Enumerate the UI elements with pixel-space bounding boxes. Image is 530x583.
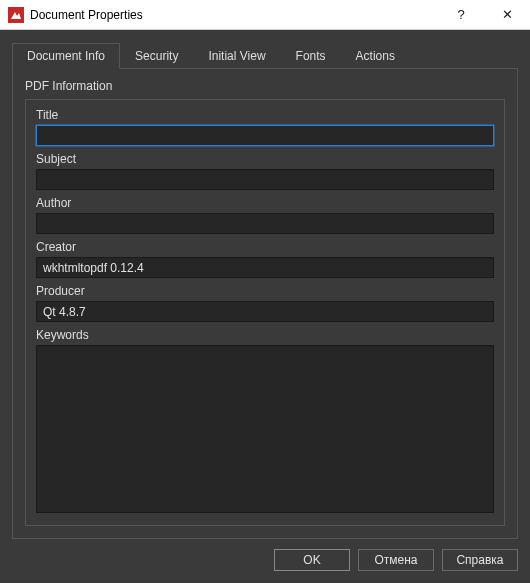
button-bar: OK Отмена Справка	[12, 539, 518, 571]
app-icon	[8, 7, 24, 23]
producer-input[interactable]	[36, 301, 494, 322]
help-dialog-button[interactable]: Справка	[442, 549, 518, 571]
tab-document-info[interactable]: Document Info	[12, 43, 120, 69]
tab-actions[interactable]: Actions	[341, 43, 410, 69]
tab-initial-view[interactable]: Initial View	[193, 43, 280, 69]
title-label: Title	[36, 108, 494, 122]
subject-input[interactable]	[36, 169, 494, 190]
help-button[interactable]: ?	[438, 0, 484, 30]
producer-label: Producer	[36, 284, 494, 298]
pdf-information-group: Title Subject Author Creator Producer Ke…	[25, 99, 505, 526]
keywords-label: Keywords	[36, 328, 494, 342]
tab-security[interactable]: Security	[120, 43, 193, 69]
dialog-body: Document Info Security Initial View Font…	[0, 30, 530, 583]
titlebar: Document Properties ? ✕	[0, 0, 530, 30]
tab-bar: Document Info Security Initial View Font…	[12, 42, 518, 69]
subject-label: Subject	[36, 152, 494, 166]
cancel-button[interactable]: Отмена	[358, 549, 434, 571]
ok-button[interactable]: OK	[274, 549, 350, 571]
author-label: Author	[36, 196, 494, 210]
author-input[interactable]	[36, 213, 494, 234]
creator-input[interactable]	[36, 257, 494, 278]
section-header: PDF Information	[25, 79, 505, 93]
tab-panel: PDF Information Title Subject Author Cre…	[12, 69, 518, 539]
creator-label: Creator	[36, 240, 494, 254]
title-input[interactable]	[36, 125, 494, 146]
tab-fonts[interactable]: Fonts	[281, 43, 341, 69]
window-title: Document Properties	[30, 8, 438, 22]
close-button[interactable]: ✕	[484, 0, 530, 30]
keywords-input[interactable]	[36, 345, 494, 513]
